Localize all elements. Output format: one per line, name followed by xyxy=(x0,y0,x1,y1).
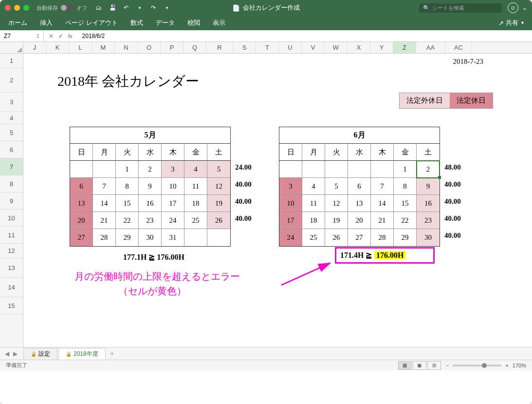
cal-day-cell[interactable]: 30 xyxy=(139,229,162,246)
cal-day-cell[interactable] xyxy=(302,161,325,178)
cal-day-cell[interactable]: 10 xyxy=(162,178,184,195)
cal-day-cell[interactable]: 4 xyxy=(184,161,207,178)
row-header-8[interactable]: 8 xyxy=(0,175,23,192)
col-header-J[interactable]: J xyxy=(23,42,46,53)
tab-data[interactable]: データ xyxy=(155,17,176,29)
row-header-4[interactable]: 4 xyxy=(0,112,23,124)
col-header-T[interactable]: T xyxy=(256,42,279,53)
cal-day-cell[interactable]: 18 xyxy=(302,212,325,229)
col-header-U[interactable]: U xyxy=(279,42,302,53)
redo-icon[interactable]: ↷ xyxy=(149,3,158,12)
cal-day-cell[interactable]: 1 xyxy=(394,161,417,178)
tab-page-layout[interactable]: ページ レイアウト xyxy=(64,17,119,29)
chevron-down-icon[interactable]: ⌄ xyxy=(522,4,527,11)
tab-prev-icon[interactable]: ◀ xyxy=(5,350,9,357)
tab-view[interactable]: 表示 xyxy=(212,17,226,29)
row-header-15[interactable]: 15 xyxy=(0,297,23,314)
cells-area[interactable]: 2018-7-23 2018年 会社カレンダー 法定外休日 法定休日 5月日月火… xyxy=(23,54,532,347)
cal-day-cell[interactable]: 3 xyxy=(162,161,184,178)
row-header-12[interactable]: 12 xyxy=(0,244,23,258)
name-box-arrows[interactable]: ▲▼ xyxy=(37,33,39,39)
cal-day-cell[interactable]: 23 xyxy=(417,212,440,229)
cal-day-cell[interactable]: 30 xyxy=(417,229,440,246)
chevron-down-icon[interactable]: ▼ xyxy=(135,3,144,12)
row-header-5[interactable]: 5 xyxy=(0,124,23,141)
cal-day-cell[interactable]: 3 xyxy=(279,178,302,195)
tab-next-icon[interactable]: ▶ xyxy=(13,350,18,357)
cal-day-cell[interactable] xyxy=(279,161,302,178)
cal-day-cell[interactable]: 15 xyxy=(394,195,417,212)
tab-formulas[interactable]: 数式 xyxy=(129,17,144,29)
chevron-down-icon[interactable]: ▼ xyxy=(163,3,171,12)
cal-day-cell[interactable]: 19 xyxy=(207,195,230,212)
cal-day-cell[interactable]: 14 xyxy=(93,195,116,212)
row-header-1[interactable]: 1 xyxy=(0,54,23,68)
undo-icon[interactable]: ↶ xyxy=(122,3,130,12)
cal-day-cell[interactable]: 26 xyxy=(207,212,230,229)
col-header-L[interactable]: L xyxy=(69,42,92,53)
tab-insert[interactable]: 挿入 xyxy=(39,17,54,29)
row-header-7[interactable]: 7 xyxy=(0,158,23,175)
cal-day-cell[interactable]: 6 xyxy=(348,178,371,195)
cal-day-cell[interactable]: 19 xyxy=(325,212,348,229)
cal-day-cell[interactable]: 21 xyxy=(93,212,116,229)
zoom-in-button[interactable]: + xyxy=(505,363,508,368)
cal-day-cell[interactable]: 8 xyxy=(394,178,417,195)
cal-day-cell[interactable]: 22 xyxy=(116,212,139,229)
cal-day-cell[interactable]: 11 xyxy=(302,195,325,212)
cal-day-cell[interactable]: 22 xyxy=(394,212,417,229)
cal-day-cell[interactable]: 21 xyxy=(371,212,394,229)
col-header-K[interactable]: K xyxy=(46,42,69,53)
cal-day-cell[interactable]: 17 xyxy=(162,195,184,212)
confirm-icon[interactable]: ✓ xyxy=(58,33,63,39)
row-header-11[interactable]: 11 xyxy=(0,227,23,244)
row-header-9[interactable]: 9 xyxy=(0,192,23,210)
col-header-V[interactable]: V xyxy=(302,42,325,53)
select-all-corner[interactable] xyxy=(0,42,23,53)
cal-day-cell[interactable]: 12 xyxy=(325,195,348,212)
cal-day-cell[interactable] xyxy=(348,161,371,178)
cal-day-cell[interactable]: 2 xyxy=(417,161,440,178)
minimize-button[interactable] xyxy=(14,5,20,11)
toggle-switch[interactable] xyxy=(60,4,74,11)
cal-day-cell[interactable]: 9 xyxy=(139,178,162,195)
autosave-toggle[interactable]: 自動保存 オフ xyxy=(37,4,87,12)
tab-review[interactable]: 校閲 xyxy=(186,17,201,29)
history-icon[interactable]: 🗂 xyxy=(94,3,103,12)
add-sheet-button[interactable]: + xyxy=(107,349,118,359)
col-header-O[interactable]: O xyxy=(138,42,161,53)
col-header-Z[interactable]: Z xyxy=(393,42,416,53)
cal-day-cell[interactable]: 5 xyxy=(207,161,230,178)
cal-day-cell[interactable]: 1 xyxy=(116,161,139,178)
row-header-2[interactable]: 2 xyxy=(0,68,23,93)
cal-day-cell[interactable]: 11 xyxy=(184,178,207,195)
row-header-10[interactable]: 10 xyxy=(0,210,23,227)
view-normal-button[interactable]: ▦ xyxy=(398,361,412,370)
cal-day-cell[interactable]: 20 xyxy=(70,212,93,229)
cal-day-cell[interactable]: 28 xyxy=(371,229,394,246)
search-box[interactable]: 🔍 シートを検索 xyxy=(419,3,502,13)
col-header-R[interactable]: R xyxy=(206,42,233,53)
cal-day-cell[interactable]: 25 xyxy=(302,229,325,246)
cal-day-cell[interactable]: 23 xyxy=(139,212,162,229)
cal-day-cell[interactable]: 6 xyxy=(70,178,93,195)
view-page-layout-button[interactable]: ▣ xyxy=(413,361,426,370)
formula-input[interactable]: 2018/6/2 xyxy=(77,33,532,39)
row-header-6[interactable]: 6 xyxy=(0,141,23,158)
cal-day-cell[interactable] xyxy=(325,161,348,178)
tab-home[interactable]: ホーム xyxy=(7,17,28,29)
cal-day-cell[interactable]: 16 xyxy=(417,195,440,212)
col-header-N[interactable]: N xyxy=(115,42,138,53)
row-header-3[interactable]: 3 xyxy=(0,93,23,112)
maximize-button[interactable] xyxy=(23,5,29,11)
cal-day-cell[interactable]: 29 xyxy=(116,229,139,246)
row-header-14[interactable]: 14 xyxy=(0,278,23,297)
cal-day-cell[interactable]: 13 xyxy=(70,195,93,212)
cal-day-cell[interactable]: 31 xyxy=(162,229,184,246)
user-avatar[interactable]: ☺ xyxy=(508,2,518,13)
sheet-tab-2018[interactable]: 🔒 2018年度 xyxy=(58,348,106,360)
cal-day-cell[interactable]: 7 xyxy=(93,178,116,195)
cal-day-cell[interactable]: 15 xyxy=(116,195,139,212)
col-header-P[interactable]: P xyxy=(161,42,183,53)
cal-day-cell[interactable]: 12 xyxy=(207,178,230,195)
